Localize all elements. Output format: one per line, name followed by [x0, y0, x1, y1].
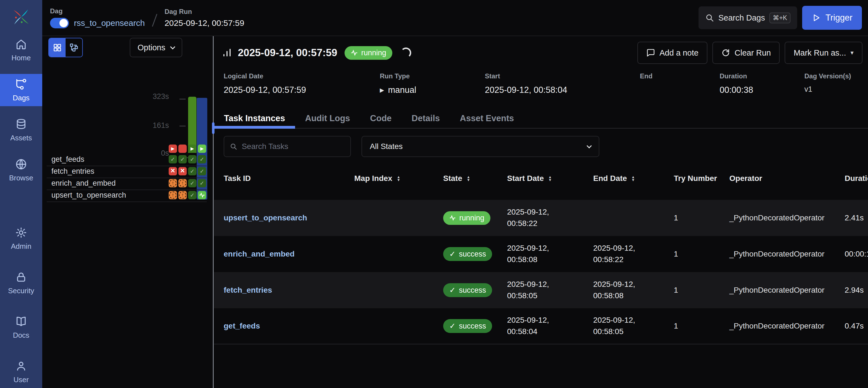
task-state-square[interactable]: [169, 155, 177, 163]
sidebar-item-label: User: [13, 376, 29, 384]
top-bar: Dag rss_to_opensearch Dag Run 2025-09-12…: [42, 0, 868, 36]
tab-audit-logs[interactable]: Audit Logs: [295, 109, 360, 128]
run-state-icon: [191, 147, 194, 151]
airflow-pinwheel-icon: [12, 8, 30, 26]
search-tasks-input[interactable]: [242, 142, 345, 151]
table-header: Task ID Map Index▲▼ State▲▼ Start Date▲▼…: [214, 167, 868, 190]
task-state-square[interactable]: [198, 155, 206, 163]
airflow-logo[interactable]: [0, 0, 42, 34]
sidebar-item-label: Security: [8, 287, 34, 295]
cell-duration: 2.41s: [845, 213, 868, 222]
sidebar-item-dags[interactable]: Dags: [0, 74, 42, 106]
task-id-link[interactable]: upsert_to_opensearch: [224, 213, 307, 222]
cell-start-date: 2025-09-12,00:58:22: [507, 207, 593, 229]
sidebar-item-admin[interactable]: Admin: [0, 222, 42, 255]
panel-splitter[interactable]: [213, 36, 214, 388]
grid-task-label[interactable]: upsert_to_opensearch: [52, 191, 126, 199]
tab-details[interactable]: Details: [402, 109, 450, 128]
add-note-button[interactable]: Add a note: [638, 42, 707, 64]
sidebar-item-user[interactable]: User: [0, 356, 42, 388]
dag-pause-toggle[interactable]: [50, 18, 69, 28]
meta-end: End: [640, 72, 720, 95]
run-state-badge: ✓ running: [344, 46, 392, 60]
tab-asset-events[interactable]: Asset Events: [450, 109, 524, 128]
sidebar: Home Dags Assets Browse: [0, 0, 42, 388]
task-state-square[interactable]: [198, 167, 206, 175]
sort-icon[interactable]: ▲▼: [466, 175, 470, 181]
tab-task-instances[interactable]: Task Instances: [214, 109, 295, 128]
dag-run-square[interactable]: [178, 145, 187, 153]
splitter-handle[interactable]: [212, 122, 215, 134]
cell-end-date: 2025-09-12,00:58:05: [593, 315, 674, 337]
task-state-square[interactable]: [178, 191, 187, 199]
meta-run-type: Run Type ▶manual: [380, 72, 485, 95]
task-id-link[interactable]: get_feeds: [224, 322, 260, 330]
task-state-square[interactable]: [169, 167, 177, 175]
search-shortcut-kbd: ⌘+K: [769, 12, 790, 23]
task-state-square[interactable]: [169, 179, 177, 187]
sidebar-item-home[interactable]: Home: [0, 34, 42, 66]
grid-view-button[interactable]: [49, 38, 66, 57]
options-dropdown[interactable]: Options: [130, 38, 182, 57]
dag-label: Dag: [50, 7, 145, 15]
dag-name-link[interactable]: rss_to_opensearch: [74, 18, 145, 28]
sidebar-item-label: Home: [11, 54, 31, 62]
caret-down-icon: ▾: [850, 49, 854, 56]
task-state-square[interactable]: [169, 191, 177, 199]
sort-icon[interactable]: ▲▼: [631, 175, 635, 181]
cell-try-number: 1: [674, 286, 730, 295]
sidebar-item-docs[interactable]: Docs: [0, 311, 42, 344]
task-state-badge: ✓success: [443, 283, 492, 297]
sidebar-item-browse[interactable]: Browse: [0, 154, 42, 186]
grid-panel: Options 323s 161s 0s get_feeds: [42, 36, 213, 388]
sort-icon[interactable]: ▲▼: [397, 175, 400, 181]
col-start-date[interactable]: Start Date▲▼: [507, 174, 593, 183]
breadcrumb-dag: Dag rss_to_opensearch: [50, 7, 145, 28]
col-map-index[interactable]: Map Index▲▼: [354, 174, 443, 183]
trigger-button[interactable]: Trigger: [802, 6, 862, 30]
task-state-square[interactable]: [198, 191, 206, 199]
task-state-square[interactable]: [198, 179, 206, 187]
col-state[interactable]: State▲▼: [443, 174, 507, 183]
task-state-square[interactable]: [188, 155, 196, 163]
sidebar-nav-bottom: Admin Security Docs User: [0, 210, 42, 388]
cell-start-date: 2025-09-12,00:58:04: [507, 315, 593, 337]
task-state-square[interactable]: [188, 179, 196, 187]
tab-code[interactable]: Code: [360, 109, 402, 128]
task-state-square[interactable]: [178, 179, 187, 187]
add-note-label: Add a note: [660, 48, 699, 58]
col-task-id: Task ID: [224, 174, 354, 183]
view-toggle: [48, 38, 83, 57]
col-end-date[interactable]: End Date▲▼: [593, 174, 674, 183]
cell-operator: _PythonDecoratedOperator: [730, 213, 845, 222]
cell-end-date: [593, 212, 674, 224]
sidebar-item-assets[interactable]: Assets: [0, 114, 42, 146]
dag-run-square[interactable]: [188, 145, 196, 153]
row-separator: [47, 189, 207, 190]
cell-duration: 00:00:1: [845, 249, 868, 259]
task-state-square[interactable]: [178, 155, 187, 163]
cell-operator: _PythonDecoratedOperator: [730, 322, 845, 330]
task-state-square[interactable]: [188, 167, 196, 175]
sort-icon[interactable]: ▲▼: [548, 175, 552, 181]
grid-task-label[interactable]: get_feeds: [52, 155, 85, 163]
grid-task-label[interactable]: fetch_entries: [52, 167, 94, 175]
sidebar-item-security[interactable]: Security: [0, 267, 42, 299]
dag-run-square[interactable]: [198, 145, 206, 153]
mark-run-as-button[interactable]: Mark Run as... ▾: [785, 42, 863, 64]
dag-run-square[interactable]: [169, 145, 177, 153]
search-dags-button[interactable]: Search Dags ⌘+K: [699, 6, 797, 29]
axis-tick-mark: [180, 99, 186, 99]
task-state-square[interactable]: [178, 167, 187, 175]
note-icon: [646, 48, 655, 57]
lock-icon: [15, 271, 27, 283]
database-icon: [15, 118, 27, 130]
task-state-square[interactable]: [188, 191, 196, 199]
task-id-link[interactable]: fetch_entries: [224, 286, 272, 294]
task-id-link[interactable]: enrich_and_embed: [224, 249, 294, 258]
gear-icon: [15, 227, 27, 239]
clear-run-button[interactable]: Clear Run: [712, 42, 780, 64]
graph-view-button[interactable]: [66, 38, 82, 57]
state-filter-select[interactable]: All States: [362, 136, 599, 157]
grid-task-label[interactable]: enrich_and_embed: [52, 179, 116, 187]
